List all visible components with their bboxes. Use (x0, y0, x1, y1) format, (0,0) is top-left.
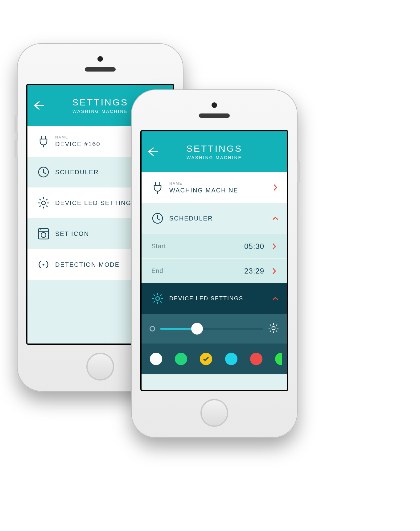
header-title: SETTINGS (163, 143, 266, 154)
phone-speaker (85, 67, 116, 72)
color-option-red[interactable] (250, 353, 262, 365)
chevron-right-icon (270, 267, 278, 275)
back-button[interactable] (142, 131, 163, 172)
svg-point-5 (43, 264, 44, 266)
name-field-value: WACHING MACHINE (169, 187, 271, 194)
color-option-lime[interactable] (275, 353, 282, 365)
screen-right: SETTINGS WASHING MACHINE NAME WACHING MA… (140, 130, 288, 391)
clock-icon (35, 166, 52, 178)
brightness-slider[interactable] (160, 328, 263, 330)
phone-frame-right: SETTINGS WASHING MACHINE NAME WACHING MA… (131, 89, 298, 438)
led-brightness-panel (142, 314, 287, 344)
scheduler-label: SCHEDULER (169, 215, 271, 222)
scheduler-row[interactable]: SCHEDULER (142, 203, 287, 234)
phone-camera (212, 102, 217, 108)
brightness-min-icon (150, 326, 155, 331)
brightness-icon (35, 197, 52, 209)
scheduler-end-row[interactable]: End 23:29 (142, 258, 287, 283)
chevron-up-icon (271, 296, 280, 301)
led-settings-label: DEVICE LED SETTINGS (166, 295, 271, 302)
plug-icon (35, 135, 52, 148)
phone-speaker (199, 113, 230, 118)
brightness-max-icon (268, 323, 279, 335)
name-field-label: NAME (169, 181, 271, 186)
led-color-row (142, 344, 287, 374)
color-option-green[interactable] (175, 353, 187, 365)
brightness-icon (149, 292, 166, 305)
chevron-right-icon (271, 184, 280, 191)
color-option-yellow[interactable] (200, 353, 212, 365)
volume-down-button (14, 139, 18, 158)
svg-point-4 (40, 229, 41, 230)
start-value: 05:30 (244, 242, 264, 251)
svg-point-3 (41, 233, 46, 237)
color-option-white[interactable] (150, 353, 162, 365)
power-button (297, 161, 300, 183)
start-label: Start (151, 243, 244, 250)
clock-icon (149, 212, 166, 224)
volume-up-button (14, 115, 18, 133)
svg-point-7 (156, 297, 159, 300)
phone-camera (97, 56, 103, 62)
home-button[interactable] (86, 353, 114, 381)
back-button[interactable] (27, 85, 49, 126)
app-header: SETTINGS WASHING MACHINE (142, 131, 287, 172)
home-button[interactable] (200, 399, 228, 427)
header-title-block: SETTINGS WASHING MACHINE (163, 143, 287, 160)
end-value: 23:29 (244, 267, 264, 275)
scheduler-start-row[interactable]: Start 05:30 (142, 234, 287, 258)
header-subtitle: WASHING MACHINE (163, 155, 266, 160)
detection-icon (35, 259, 52, 270)
slider-thumb[interactable] (191, 323, 203, 335)
chevron-right-icon (270, 243, 278, 250)
end-label: End (151, 267, 244, 274)
color-option-cyan[interactable] (225, 353, 237, 365)
svg-point-1 (42, 201, 45, 205)
washer-icon (35, 228, 52, 240)
svg-point-8 (272, 327, 275, 330)
name-row[interactable]: NAME WACHING MACHINE (142, 172, 287, 203)
chevron-up-icon (271, 216, 280, 220)
plug-icon (149, 181, 166, 194)
led-settings-row[interactable]: DEVICE LED SETTINGS (142, 283, 287, 314)
